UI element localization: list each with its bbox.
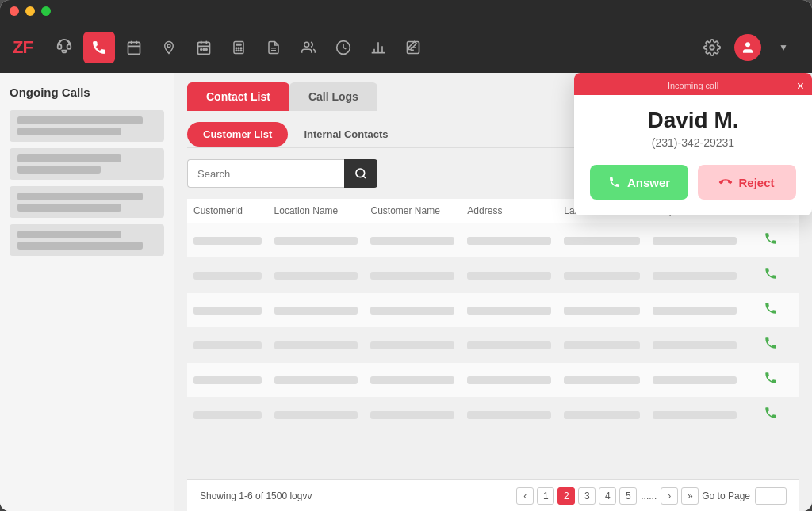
table-row xyxy=(187,258,799,293)
cell xyxy=(274,307,358,315)
cell xyxy=(193,376,262,384)
sidebar-call-item[interactable] xyxy=(10,110,164,142)
goto-input[interactable] xyxy=(755,487,787,505)
svg-point-30 xyxy=(745,42,750,47)
cell xyxy=(653,376,737,384)
search-input[interactable] xyxy=(187,159,344,188)
maximize-btn[interactable] xyxy=(41,6,51,16)
edit-nav-icon[interactable] xyxy=(397,32,429,63)
calendar-nav-icon[interactable] xyxy=(118,32,150,63)
sidebar-call-item[interactable] xyxy=(10,224,164,256)
svg-point-15 xyxy=(238,48,239,49)
answer-label: Answer xyxy=(627,176,670,189)
tab-call-logs[interactable]: Call Logs xyxy=(289,82,377,111)
cell xyxy=(274,272,358,280)
phone-nav-icon[interactable] xyxy=(83,32,115,63)
call-actions: Answer Reject xyxy=(590,165,796,200)
page-2[interactable]: 2 xyxy=(557,487,575,505)
table-row xyxy=(187,363,799,398)
cell xyxy=(564,237,640,245)
sidebar-line xyxy=(17,116,143,124)
cell xyxy=(467,411,551,419)
document-nav-icon[interactable] xyxy=(258,32,289,63)
svg-line-32 xyxy=(363,176,366,178)
cell xyxy=(193,307,262,315)
tab-contact-list[interactable]: Contact List xyxy=(187,82,289,111)
sidebar-line xyxy=(17,166,101,174)
cell xyxy=(274,237,358,245)
cell xyxy=(653,237,737,245)
make-call-button[interactable] xyxy=(743,371,799,389)
minimize-btn[interactable] xyxy=(25,6,35,16)
page-3[interactable]: 3 xyxy=(578,487,596,505)
col-customer-id: CustomerId xyxy=(187,205,268,216)
location-nav-icon[interactable] xyxy=(153,32,185,63)
settings-icon[interactable] xyxy=(696,32,728,63)
make-call-button[interactable] xyxy=(743,266,799,284)
sub-tab-customer-list[interactable]: Customer List xyxy=(187,122,288,147)
table-row xyxy=(187,223,799,258)
goto-page: Go to Page xyxy=(702,487,787,505)
cell xyxy=(370,237,454,245)
incoming-header: Incoming call × xyxy=(574,73,812,95)
sidebar: Ongoing Calls xyxy=(0,73,174,511)
cell xyxy=(274,341,358,349)
cell xyxy=(274,411,358,419)
page-4[interactable]: 4 xyxy=(599,487,616,505)
cell xyxy=(564,411,640,419)
cell xyxy=(467,341,551,349)
app-window: ZF xyxy=(0,0,812,511)
sub-tab-internal-contacts[interactable]: Internal Contacts xyxy=(288,122,404,147)
table-footer: Showing 1-6 of 1500 logvv ‹ 1 2 3 4 5 ..… xyxy=(187,479,799,511)
chart-nav-icon[interactable] xyxy=(362,32,394,63)
cell xyxy=(274,376,358,384)
main-area: Ongoing Calls Contact List xyxy=(0,73,812,511)
make-call-button[interactable] xyxy=(743,231,799,250)
pagination: ‹ 1 2 3 4 5 ...... › » Go to Page xyxy=(516,487,787,505)
cell xyxy=(193,237,262,245)
table-container: CustomerId Location Name Customer Name A… xyxy=(187,199,799,479)
sidebar-call-item[interactable] xyxy=(10,186,164,218)
page-1[interactable]: 1 xyxy=(537,487,554,505)
headset-icon[interactable] xyxy=(48,32,80,63)
page-last[interactable]: » xyxy=(681,487,699,505)
page-5[interactable]: 5 xyxy=(619,487,637,505)
clock-nav-icon[interactable] xyxy=(327,32,359,63)
reject-button[interactable]: Reject xyxy=(698,165,796,200)
page-next[interactable]: › xyxy=(661,487,678,505)
cell xyxy=(653,272,737,280)
svg-point-31 xyxy=(356,169,365,177)
incoming-body: David M. (231)-342-29231 Answer xyxy=(574,95,812,215)
incoming-close-button[interactable]: × xyxy=(797,79,804,93)
sidebar-line xyxy=(17,231,121,238)
cell xyxy=(653,307,737,315)
dropdown-icon[interactable]: ▼ xyxy=(768,32,799,63)
answer-button[interactable]: Answer xyxy=(590,165,688,200)
people-nav-icon[interactable] xyxy=(293,32,324,63)
make-call-button[interactable] xyxy=(743,406,799,424)
cell xyxy=(564,307,640,315)
svg-point-17 xyxy=(236,50,237,51)
make-call-button[interactable] xyxy=(743,301,799,319)
svg-point-10 xyxy=(203,49,205,51)
search-button[interactable] xyxy=(344,159,377,188)
page-prev[interactable]: ‹ xyxy=(516,487,534,505)
cell xyxy=(370,272,454,280)
cell xyxy=(467,307,551,315)
sidebar-line xyxy=(17,193,143,200)
cell xyxy=(564,341,640,349)
avatar[interactable] xyxy=(734,34,761,61)
cell xyxy=(467,272,551,280)
svg-point-19 xyxy=(240,50,242,51)
close-btn[interactable] xyxy=(10,6,19,16)
cell xyxy=(370,307,454,315)
svg-point-11 xyxy=(205,49,207,51)
calculator-nav-icon[interactable] xyxy=(223,32,255,63)
col-address: Address xyxy=(461,205,557,216)
calendar2-nav-icon[interactable] xyxy=(188,32,220,63)
app-logo: ZF xyxy=(13,37,33,58)
sidebar-call-item[interactable] xyxy=(10,148,164,180)
make-call-button[interactable] xyxy=(743,336,799,354)
sidebar-title: Ongoing Calls xyxy=(10,86,164,99)
caller-name: David M. xyxy=(590,108,796,133)
